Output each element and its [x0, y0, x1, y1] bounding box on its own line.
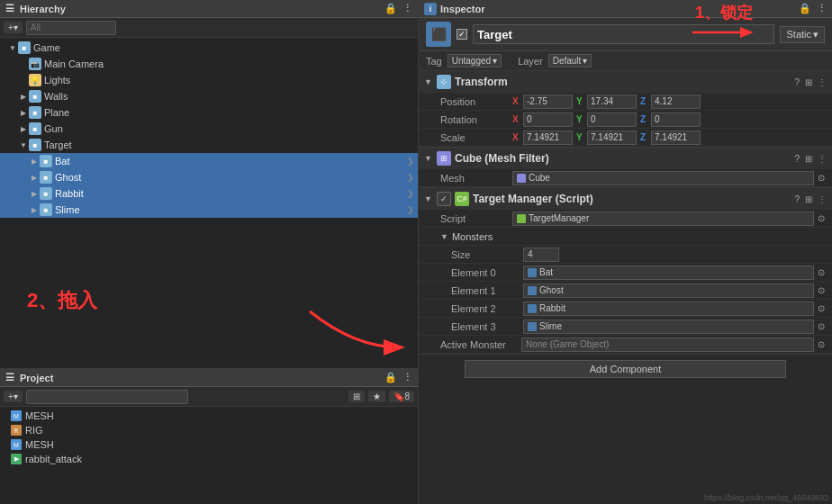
hierarchy-lock-icon[interactable]: 🔒 — [384, 3, 397, 14]
project-title: Project — [20, 373, 53, 383]
hierarchy-item-lights[interactable]: 💡 Lights — [0, 72, 418, 88]
rotation-label: Rotation — [440, 114, 512, 125]
active-monster-select-btn[interactable]: ⊙ — [818, 339, 825, 349]
mesh-filter-icon: ⊞ — [437, 151, 451, 166]
camera-icon: 📷 — [29, 58, 41, 70]
element-0-select-btn[interactable]: ⊙ — [818, 267, 825, 277]
active-monster-text: None (Game Object) — [526, 339, 609, 349]
element-1-label: Element 1 — [451, 285, 523, 296]
scale-z-input[interactable] — [651, 130, 701, 145]
element-3-select-btn[interactable]: ⊙ — [818, 321, 825, 331]
add-component-row: Add Component — [419, 355, 832, 383]
transform-more-btn[interactable]: ⋮ — [818, 77, 827, 87]
transform-controls: ? ⊞ ⋮ — [794, 77, 827, 87]
add-component-button[interactable]: Add Component — [465, 360, 787, 378]
mesh-filter-help-btn[interactable]: ? — [794, 154, 800, 164]
hierarchy-toolbar: +▾ — [0, 18, 418, 38]
project-more-icon[interactable]: ⋮ — [402, 372, 412, 383]
project-layout-button[interactable]: ⊞ — [348, 391, 365, 402]
hierarchy-item-bat[interactable]: ▶ ■ Bat ❯ — [0, 153, 418, 169]
project-item-label: MESH — [25, 439, 54, 450]
project-lock-icon[interactable]: 🔒 — [384, 372, 397, 383]
position-z-field: Z — [640, 94, 701, 109]
element-1-select-btn[interactable]: ⊙ — [818, 285, 825, 295]
inspector-more-icon[interactable]: ⋮ — [817, 3, 827, 14]
hierarchy-panel-header: ☰ Hierarchy 🔒 ⋮ — [0, 0, 418, 18]
hierarchy-add-button[interactable]: +▾ — [4, 22, 23, 33]
hierarchy-item-gun[interactable]: ▶ ■ Gun — [0, 121, 418, 137]
script-row: Script TargetManager ⊙ — [419, 210, 832, 228]
hierarchy-item-game[interactable]: ▼ ■ Game — [0, 40, 418, 56]
mesh-select-button[interactable]: ⊙ — [818, 173, 825, 183]
position-z-input[interactable] — [651, 94, 701, 109]
project-item-mesh1[interactable]: M MESH — [4, 409, 414, 423]
hierarchy-item-walls[interactable]: ▶ ■ Walls — [0, 88, 418, 104]
object-name-input[interactable] — [473, 24, 774, 44]
layer-dropdown-arrow: ▾ — [583, 56, 587, 66]
hierarchy-more-icon[interactable]: ⋮ — [402, 3, 412, 14]
rotation-x-input[interactable] — [523, 112, 573, 127]
project-favorite-button[interactable]: ★ — [368, 391, 385, 402]
layer-dropdown[interactable]: Default ▾ — [548, 54, 592, 68]
hierarchy-item-rabbit[interactable]: ▶ ■ Rabbit ❯ — [0, 185, 418, 202]
x-label: X — [512, 114, 521, 124]
hierarchy-item-slime[interactable]: ▶ ■ Slime ❯ — [0, 202, 418, 218]
position-y-input[interactable] — [587, 94, 637, 109]
script-enabled-checkbox[interactable]: ✓ — [437, 192, 451, 206]
rotation-z-input[interactable] — [651, 112, 701, 127]
transform-icon: ⊹ — [437, 75, 451, 89]
mesh-filter-more-btn[interactable]: ⋮ — [818, 154, 827, 164]
monsters-size-input[interactable] — [523, 248, 559, 262]
transform-settings-btn[interactable]: ⊞ — [805, 77, 812, 87]
tree-item-label: Rabbit — [55, 188, 84, 199]
static-button[interactable]: Static ▾ — [780, 26, 825, 43]
project-item-rabbit-attack[interactable]: ▶ rabbit_attack — [4, 452, 414, 466]
mesh-filter-settings-btn[interactable]: ⊞ — [805, 154, 812, 164]
inspector-info-icon: i — [424, 3, 437, 15]
transform-help-btn[interactable]: ? — [794, 77, 800, 87]
hierarchy-item-main-camera[interactable]: 📷 Main Camera — [0, 56, 418, 72]
project-search-input[interactable] — [26, 390, 188, 404]
position-label: Position — [440, 96, 512, 107]
tag-value: Untagged — [452, 56, 491, 66]
hierarchy-content: ▼ ■ Game 📷 Main Camera 💡 Lights — [0, 38, 418, 278]
inspector-lock-icon[interactable]: 🔒 — [799, 3, 811, 14]
mesh-icon: M — [11, 439, 22, 450]
tree-item-label: Plane — [44, 107, 69, 118]
hierarchy-item-ghost[interactable]: ▶ ■ Ghost ❯ — [0, 169, 418, 185]
script-select-button[interactable]: ⊙ — [818, 213, 825, 223]
element-0-label: Element 0 — [451, 267, 523, 278]
scale-y-input[interactable] — [587, 130, 637, 145]
element-2-select-btn[interactable]: ⊙ — [818, 303, 825, 313]
project-item-rig[interactable]: R RIG — [4, 423, 414, 437]
hierarchy-item-target[interactable]: ▼ ■ Target — [0, 137, 418, 153]
project-count-button[interactable]: 🔖8 — [389, 391, 414, 402]
mesh-filter-header[interactable]: ▼ ⊞ Cube (Mesh Filter) ? ⊞ ⋮ — [419, 148, 832, 169]
object-active-checkbox[interactable]: ✓ — [457, 29, 467, 40]
element-1-icon — [528, 286, 537, 295]
mesh-filter-section: ▼ ⊞ Cube (Mesh Filter) ? ⊞ ⋮ Mesh Cube — [419, 148, 832, 188]
element-0-row: Element 0 Bat ⊙ — [419, 264, 832, 282]
rotation-y-input[interactable] — [587, 112, 637, 127]
z-label: Z — [640, 96, 649, 106]
scale-values: X Y Z — [512, 130, 825, 145]
tag-dropdown[interactable]: Untagged ▾ — [448, 54, 502, 68]
scale-x-input[interactable] — [523, 130, 573, 145]
cube-icon: ■ — [29, 139, 41, 151]
target-manager-help-btn[interactable]: ? — [794, 194, 800, 204]
position-x-input[interactable] — [523, 94, 573, 109]
hierarchy-search-input[interactable] — [26, 21, 116, 35]
position-x-field: X — [512, 94, 573, 109]
tree-item-label: Walls — [44, 91, 68, 102]
project-add-button[interactable]: +▾ — [4, 391, 23, 402]
target-manager-header[interactable]: ▼ ✓ C# Target Manager (Script) ? ⊞ ⋮ — [419, 188, 832, 210]
target-manager-more-btn[interactable]: ⋮ — [818, 194, 827, 204]
mesh-filter-controls: ? ⊞ ⋮ — [794, 154, 827, 164]
transform-header[interactable]: ▼ ⊹ Transform ? ⊞ ⋮ — [419, 71, 832, 93]
target-manager-settings-btn[interactable]: ⊞ — [805, 194, 812, 204]
project-item-mesh2[interactable]: M MESH — [4, 437, 414, 452]
tree-expand-arrow: ▶ — [29, 158, 40, 166]
rig-icon: R — [11, 425, 22, 436]
scale-x-field: X — [512, 130, 573, 145]
hierarchy-item-plane[interactable]: ▶ ■ Plane — [0, 104, 418, 121]
